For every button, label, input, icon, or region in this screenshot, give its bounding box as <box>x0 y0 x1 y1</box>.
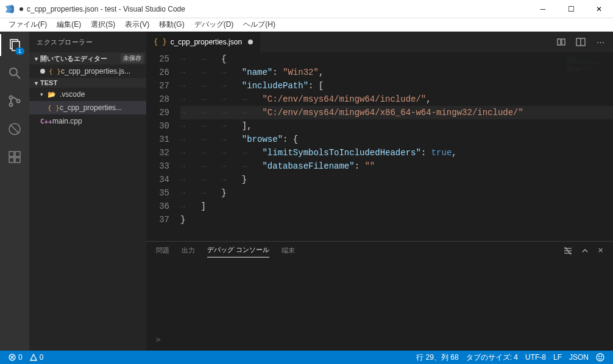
menu-view[interactable]: 表示(V) <box>120 18 154 31</box>
project-label: TEST <box>40 79 57 86</box>
json-icon: { } <box>49 68 57 75</box>
status-eol[interactable]: LF <box>550 352 565 363</box>
status-warnings[interactable]: 0 <box>26 353 48 362</box>
maximize-button[interactable]: ☐ <box>557 0 585 18</box>
json-icon: { } <box>48 104 56 112</box>
split-editor-icon[interactable] <box>575 37 586 47</box>
dirty-dot-icon <box>40 69 45 74</box>
menu-edit[interactable]: 編集(E) <box>52 18 86 31</box>
menu-go[interactable]: 移動(G) <box>154 18 189 31</box>
file-ccpp-properties[interactable]: { } c_cpp_properties... <box>29 101 146 114</box>
debug-console-input[interactable]: > <box>146 335 613 351</box>
chevron-down-icon: ▾ <box>32 55 40 62</box>
status-indentation[interactable]: タブのサイズ: 4 <box>462 352 522 363</box>
app-icon <box>5 4 15 14</box>
json-icon: { } <box>154 38 167 46</box>
panel-tabs: 問題 出力 デバッグ コンソール 端末 ✕ <box>146 242 613 261</box>
menu-debug[interactable]: デバッグ(D) <box>190 18 239 31</box>
panel-tab-output[interactable]: 出力 <box>182 246 195 257</box>
explorer-badge: 1 <box>15 47 24 55</box>
svg-line-5 <box>16 75 20 79</box>
menu-select[interactable]: 選択(S) <box>86 18 120 31</box>
svg-rect-11 <box>9 152 14 156</box>
svg-point-8 <box>17 100 20 103</box>
window-title: c_cpp_properties.json - test - Visual St… <box>27 5 529 13</box>
dirty-dot-icon <box>248 40 253 44</box>
project-header[interactable]: ▾ TEST <box>29 78 146 88</box>
svg-rect-15 <box>558 39 561 45</box>
tab-label: c_cpp_properties.json <box>171 38 242 46</box>
svg-rect-13 <box>9 158 14 163</box>
cpp-icon: C++ <box>40 117 49 125</box>
close-button[interactable]: ✕ <box>585 0 613 18</box>
debug-icon[interactable] <box>6 121 23 138</box>
panel-tab-debug-console[interactable]: デバッグ コンソール <box>207 245 269 257</box>
panel-maximize-icon[interactable] <box>581 247 589 256</box>
minimize-button[interactable]: ─ <box>529 0 557 18</box>
file-name: c_cpp_properties... <box>60 103 122 112</box>
unsaved-dot <box>19 7 23 11</box>
activity-bar: 1 <box>0 32 29 351</box>
svg-point-26 <box>597 354 604 361</box>
folder-vscode[interactable]: ▾ 📂 .vscode <box>29 88 146 101</box>
menu-file[interactable]: ファイル(F) <box>4 18 52 31</box>
menu-bar: ファイル(F) 編集(E) 選択(S) 表示(V) 移動(G) デバッグ(D) … <box>0 18 613 32</box>
explorer-icon[interactable]: 1 <box>6 37 23 54</box>
panel-tab-terminal[interactable]: 端末 <box>282 246 295 257</box>
svg-point-7 <box>10 103 13 107</box>
chevron-down-icon: ▾ <box>40 91 48 97</box>
clear-console-icon[interactable] <box>564 247 572 256</box>
svg-point-28 <box>601 356 601 357</box>
menu-help[interactable]: ヘルプ(H) <box>238 18 280 31</box>
line-gutter: 25262728293031323334353637 <box>146 52 180 241</box>
search-icon[interactable] <box>6 65 23 82</box>
extensions-icon[interactable] <box>6 149 23 166</box>
panel-close-icon[interactable]: ✕ <box>598 247 603 256</box>
scm-icon[interactable] <box>6 93 23 110</box>
open-editors-label: 開いているエディター <box>40 54 107 63</box>
open-editor-item[interactable]: { } c_cpp_properties.js... <box>29 65 146 78</box>
svg-rect-12 <box>15 152 20 156</box>
code-content[interactable]: → → {→ → → "name": "Win32",→ → → "includ… <box>180 52 613 241</box>
panel-body <box>146 261 613 335</box>
svg-line-10 <box>10 125 19 133</box>
status-cursor-position[interactable]: 行 29、列 68 <box>413 352 462 363</box>
folder-name: .vscode <box>60 90 85 99</box>
bottom-panel: 問題 出力 デバッグ コンソール 端末 ✕ > <box>146 241 613 351</box>
file-name: main.cpp <box>52 117 82 125</box>
compare-changes-icon[interactable] <box>556 37 567 47</box>
chevron-down-icon: ▾ <box>32 80 40 86</box>
svg-point-4 <box>10 68 17 75</box>
open-editor-filename: c_cpp_properties.js... <box>61 67 130 75</box>
title-bar: c_cpp_properties.json - test - Visual St… <box>0 0 613 18</box>
open-editors-header[interactable]: ▾ 開いているエディター 未保存 <box>29 52 146 65</box>
unsaved-badge: 未保存 <box>121 54 144 63</box>
panel-tab-problems[interactable]: 問題 <box>156 246 169 257</box>
warning-count: 0 <box>40 353 44 362</box>
editor-tabs: { } c_cpp_properties.json ⋯ <box>146 32 613 52</box>
sidebar: エクスプローラー ▾ 開いているエディター 未保存 { } c_cpp_prop… <box>29 32 146 351</box>
error-count: 0 <box>18 353 23 362</box>
status-language[interactable]: JSON <box>565 352 592 363</box>
status-bar: 0 0 行 29、列 68 タブのサイズ: 4 UTF-8 LF JSON <box>0 351 613 364</box>
status-encoding[interactable]: UTF-8 <box>522 352 550 363</box>
editor-area: { } c_cpp_properties.json ⋯ 252627282930… <box>146 32 613 351</box>
svg-point-6 <box>10 96 13 99</box>
code-editor[interactable]: 25262728293031323334353637 → → {→ → → "n… <box>146 52 613 241</box>
file-main-cpp[interactable]: C++ main.cpp <box>29 114 146 128</box>
sidebar-title: エクスプローラー <box>29 32 146 52</box>
status-errors[interactable]: 0 <box>5 353 26 362</box>
more-actions-icon[interactable]: ⋯ <box>595 37 606 47</box>
svg-rect-14 <box>15 158 20 163</box>
folder-icon: 📂 <box>48 91 56 99</box>
tab-ccpp-properties[interactable]: { } c_cpp_properties.json <box>146 32 260 52</box>
status-feedback-icon[interactable] <box>592 352 608 363</box>
svg-rect-16 <box>562 39 565 45</box>
svg-point-27 <box>598 356 599 357</box>
